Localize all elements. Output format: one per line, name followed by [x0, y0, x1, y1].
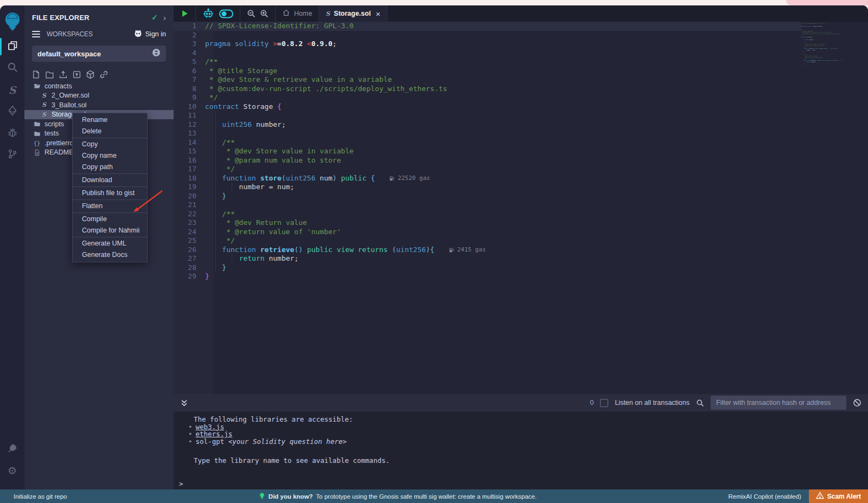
tab-storage-sol[interactable]: SStorage.sol× [319, 5, 387, 22]
remix-logo-icon[interactable] [0, 8, 24, 36]
code-text: * @title Storage [205, 67, 277, 76]
home-icon [282, 9, 290, 18]
terminal-line: The following libraries are accessible: [174, 416, 868, 423]
code-line-6: 6 * @title Storage [174, 67, 868, 76]
rail-item-plugin-manager[interactable] [0, 438, 24, 460]
panel-title: FILE EXPLORER [32, 14, 90, 22]
git-init-button[interactable]: Initialize as git repo [14, 493, 67, 500]
upload-folder-icon[interactable] [72, 70, 81, 79]
code-line-22: 22 /** [174, 210, 868, 219]
code-editor[interactable]: 1// SPDX-License-Identifier: GPL-3.023pr… [174, 22, 868, 394]
line-number: 26 [174, 246, 205, 255]
rail-item-solidity-compiler[interactable]: S [0, 79, 24, 101]
menu-item-delete[interactable]: Delete [73, 126, 147, 137]
git-icon [7, 149, 18, 162]
rail-item-debugger[interactable] [0, 122, 24, 144]
tree-item-3-ballot-sol[interactable]: S3_Ballot.sol [24, 100, 174, 110]
solidity-icon: S [40, 101, 48, 109]
code-line-29: 29} [174, 272, 868, 281]
zoom-in-icon[interactable] [260, 9, 269, 18]
upload-file-icon[interactable] [59, 70, 68, 79]
editor-main: HomeSStorage.sol× 1// SPDX-License-Ident… [174, 5, 868, 489]
transaction-filter-input[interactable] [711, 396, 846, 410]
close-tab-icon[interactable]: × [375, 9, 380, 18]
terminal-search-icon[interactable] [696, 399, 704, 407]
menu-item-copy-path[interactable]: Copy path [73, 162, 147, 173]
ai-robot-icon[interactable] [202, 8, 214, 19]
code-line-20: 20 } [174, 192, 868, 201]
menu-item-publish-file-to-gist[interactable]: Publish file to gist [73, 188, 147, 199]
code-text: /** [205, 210, 235, 219]
remix-ide-window: S⚙ FILE EXPLORER ✓ › WORKSPACES Sign in [0, 0, 868, 503]
zoom-cell [240, 5, 276, 22]
terminal-line: •sol-gpt <your Solidity question here> [174, 438, 868, 446]
file-explorer-toolbar [31, 70, 174, 79]
sign-in-button[interactable]: Sign in [133, 29, 166, 39]
line-number: 16 [174, 156, 205, 165]
code-text: * @param num value to store [205, 156, 341, 165]
code-line-8: 8 * @custom:dev-run-script ./scripts/dep… [174, 85, 868, 94]
menu-item-flatten[interactable]: Flatten [73, 201, 147, 212]
lightbulb-icon [259, 492, 265, 501]
scam-alert-label: Scam Alert [827, 493, 861, 500]
line-number: 12 [174, 120, 205, 130]
new-file-icon[interactable] [31, 70, 41, 79]
code-line-12: 12 uint256 number; [174, 120, 868, 130]
line-number: 25 [174, 236, 205, 246]
rail-item-settings[interactable]: ⚙ [0, 460, 24, 482]
line-number: 20 [174, 192, 205, 201]
terminal-output[interactable]: The following libraries are accessible:•… [174, 411, 868, 489]
line-number: 17 [174, 165, 205, 174]
menu-item-copy-name[interactable]: Copy name [73, 150, 147, 162]
zoom-out-icon[interactable] [247, 9, 256, 18]
menu-item-rename[interactable]: Rename [73, 114, 147, 126]
ai-toggle-icon[interactable] [219, 9, 233, 18]
terminal-line: •ethers.js [174, 430, 868, 438]
code-text: */ [205, 165, 235, 174]
listen-transactions-checkbox[interactable] [600, 399, 608, 407]
cube-icon[interactable] [86, 70, 95, 79]
icon-rail-bottom: ⚙ [0, 438, 24, 482]
sign-in-label: Sign in [145, 30, 166, 38]
solidity-compiler-icon: S [7, 85, 18, 96]
folder-icon [33, 120, 41, 128]
code-line-4: 4 [174, 49, 868, 58]
menu-item-generate-docs[interactable]: Generate Docs [73, 249, 147, 261]
rail-item-git[interactable] [0, 144, 24, 166]
rail-item-search[interactable] [0, 57, 24, 79]
terminal-collapse-icon[interactable] [180, 399, 188, 407]
tab-home[interactable]: Home [276, 5, 319, 22]
code-line-7: 7 * @dev Store & retrieve value in a var… [174, 75, 868, 85]
terminal-line: Type the library name to see available c… [174, 457, 868, 465]
line-number: 14 [174, 138, 205, 147]
chevron-right-icon[interactable]: › [163, 13, 166, 22]
copilot-status[interactable]: RemixAI Copilot (enabled) [729, 493, 801, 500]
menu-item-download[interactable]: Download [73, 175, 147, 186]
menu-item-compile-for-nahmii[interactable]: Compile for Nahmii [73, 225, 147, 236]
code-line-16: 16 * @param num value to store [174, 156, 868, 165]
folder-open-icon [33, 82, 41, 90]
workspaces-menu-icon[interactable] [32, 31, 40, 37]
rail-item-file-explorer[interactable] [0, 36, 24, 57]
link-icon[interactable] [99, 70, 108, 79]
rail-item-deploy-run[interactable] [0, 101, 24, 122]
menu-item-generate-uml[interactable]: Generate UML [73, 238, 147, 249]
line-number: 7 [174, 75, 205, 85]
code-text: return number; [205, 254, 298, 263]
tree-item-contracts[interactable]: contracts [24, 81, 174, 91]
menu-item-copy[interactable]: Copy [73, 139, 147, 150]
line-number: 24 [174, 228, 205, 237]
tree-item-label: 2_Owner.sol [52, 92, 89, 99]
new-folder-icon[interactable] [45, 70, 54, 79]
menu-item-compile[interactable]: Compile [73, 214, 147, 225]
clear-terminal-icon[interactable] [853, 398, 861, 407]
editor-minimap[interactable]: // SPDX-License-Identifier: GPL-3.0pragm… [801, 23, 843, 72]
terminal-line: •web3.js [174, 423, 868, 431]
tree-item-2-owner-sol[interactable]: S2_Owner.sol [24, 91, 174, 101]
code-line-25: 25 */ [174, 236, 868, 246]
gas-pump-icon [449, 247, 455, 253]
workspace-select[interactable]: default_workspace [32, 46, 166, 62]
scam-alert-button[interactable]: Scam Alert [809, 489, 868, 503]
terminal-prompt[interactable]: > [179, 480, 868, 488]
run-script-button[interactable] [174, 5, 196, 22]
